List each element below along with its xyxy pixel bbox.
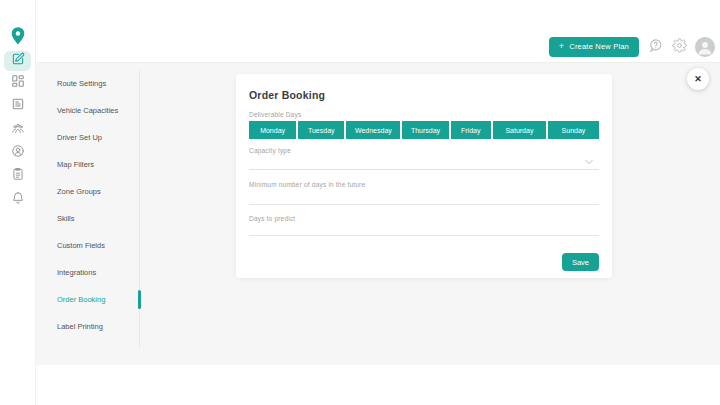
menu-item-custom-fields[interactable]: Custom Fields (35, 232, 139, 259)
content-area: Route Settings Vehicle Capacities Driver… (35, 62, 720, 365)
chevron-down-icon (585, 159, 593, 165)
plan-edit-icon (11, 52, 25, 70)
active-indicator (138, 290, 141, 309)
min-days-label: Minimum number of days in the future (249, 181, 599, 188)
day-button-saturday[interactable]: Saturday (493, 121, 546, 139)
order-booking-panel: Order Booking Deliverable Days Monday Tu… (236, 74, 612, 278)
location-pin-logo (8, 26, 28, 49)
user-avatar[interactable] (695, 37, 715, 57)
orders-icon (11, 97, 25, 115)
settings-menu: Route Settings Vehicle Capacities Driver… (35, 70, 140, 348)
rail-item-orders[interactable] (4, 95, 31, 117)
notifications-icon (11, 191, 25, 209)
menu-item-zone-groups[interactable]: Zone Groups (35, 178, 139, 205)
menu-item-order-booking[interactable]: Order Booking (35, 286, 139, 313)
create-new-plan-label: Create New Plan (569, 42, 629, 51)
capacity-type-label: Capacity type (249, 147, 599, 154)
capacity-type-select[interactable] (249, 154, 599, 170)
days-to-predict-input[interactable] (249, 222, 599, 236)
menu-item-route-settings[interactable]: Route Settings (35, 70, 139, 97)
close-button[interactable]: ✕ (687, 68, 709, 90)
menu-item-driver-set-up[interactable]: Driver Set Up (35, 124, 139, 151)
topbar: + Create New Plan (35, 0, 720, 63)
customers-icon (11, 144, 25, 162)
save-button[interactable]: Save (562, 253, 599, 271)
days-to-predict-label: Days to predict (249, 215, 599, 222)
rail-item-plan-settings[interactable] (4, 51, 31, 71)
menu-item-label-printing[interactable]: Label Printing (35, 313, 139, 340)
rail-item-reports[interactable] (4, 165, 31, 187)
deliverable-days-group: Monday Tuesday Wednesday Thursday Friday… (249, 121, 599, 139)
app-window: + Create New Plan Route Settings Vehicle… (0, 0, 720, 405)
menu-item-skills[interactable]: Skills (35, 205, 139, 232)
create-new-plan-button[interactable]: + Create New Plan (549, 37, 639, 57)
day-button-friday[interactable]: Friday (451, 121, 491, 139)
rail-item-notifications[interactable] (4, 189, 31, 211)
rail-item-dashboard[interactable] (4, 72, 31, 94)
rail-item-team[interactable] (4, 119, 31, 141)
menu-item-integrations[interactable]: Integrations (35, 259, 139, 286)
support-icon (648, 38, 663, 56)
deliverable-days-label: Deliverable Days (249, 111, 599, 118)
settings-icon (672, 38, 687, 56)
plus-icon: + (559, 42, 564, 51)
reports-icon (11, 167, 25, 185)
day-button-wednesday[interactable]: Wednesday (346, 121, 400, 139)
team-icon (11, 121, 25, 139)
min-days-input[interactable] (249, 188, 599, 205)
day-button-sunday[interactable]: Sunday (548, 121, 599, 139)
close-icon: ✕ (694, 74, 702, 84)
day-button-thursday[interactable]: Thursday (402, 121, 448, 139)
settings-button[interactable] (671, 39, 687, 55)
dashboard-icon (11, 74, 25, 92)
rail-item-customers[interactable] (4, 142, 31, 164)
day-button-tuesday[interactable]: Tuesday (298, 121, 344, 139)
menu-item-vehicle-capacities[interactable]: Vehicle Capacities (35, 97, 139, 124)
menu-item-map-filters[interactable]: Map Filters (35, 151, 139, 178)
icon-rail (0, 0, 36, 405)
page-title: Order Booking (249, 89, 599, 101)
day-button-monday[interactable]: Monday (249, 121, 296, 139)
support-button[interactable] (647, 39, 663, 55)
